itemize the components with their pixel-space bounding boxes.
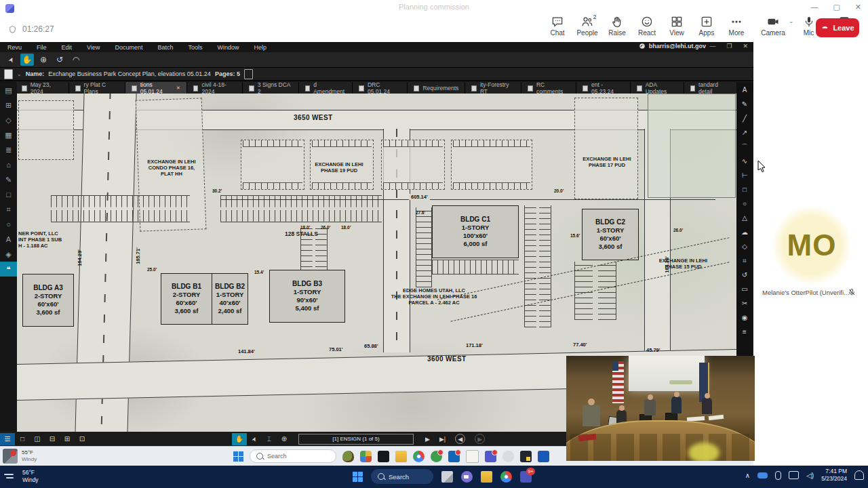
tray-display-icon[interactable] [789,471,799,479]
rotate-tool-icon[interactable]: ↺ [53,54,66,66]
raise-hand-button[interactable]: Raise [602,15,632,37]
tool-icon[interactable]: ◈ [0,247,17,262]
menu-help[interactable]: Help [246,44,274,51]
tool-icon[interactable]: ⌂ [0,157,17,172]
doc-tab[interactable]: May 23, 2024 [16,82,69,94]
tray-chevron-icon[interactable]: ∧ [745,472,750,479]
revu-maximize-button[interactable]: ❐ [726,43,732,49]
tool-icon[interactable]: ↗ [736,125,753,140]
chrome-icon[interactable] [413,451,425,462]
close-button[interactable]: ✕ [855,3,861,12]
apps-button[interactable]: Apps [692,15,722,37]
page-setup-icon[interactable] [244,69,253,79]
menu-file[interactable]: File [29,44,54,51]
previous-view-icon[interactable]: ◀ [455,434,465,444]
select-tool-icon[interactable]: ➤ [3,51,20,68]
teams-icon[interactable] [485,451,496,462]
tool-icon[interactable]: ≡ [736,325,753,339]
doc-tab[interactable]: civil 4-18-2024 [187,82,243,94]
file-explorer-icon[interactable] [395,451,407,462]
tool-icon[interactable]: ⊞ [0,98,17,113]
doc-tab[interactable]: ADA Updates [631,82,684,94]
notification-bell-icon[interactable] [854,470,864,480]
search-box[interactable]: Search [371,469,433,484]
zoom-app-icon[interactable] [461,471,473,483]
people-button[interactable]: 2 People [572,15,602,37]
start-button[interactable] [233,451,243,462]
photos-app-icon[interactable] [360,451,372,462]
split-horizontal-icon[interactable]: ⊟ [45,433,60,445]
tool-icon[interactable]: ∿ [736,154,753,168]
menu-window[interactable]: Window [210,44,246,51]
tool-icon[interactable]: ╱ [736,111,753,125]
teams-icon[interactable]: 9+ [520,471,532,483]
camera-chevron-icon[interactable]: ⌄ [789,18,794,24]
single-page-icon[interactable]: □ [15,433,30,445]
menu-revu[interactable]: Revu [0,44,29,51]
doc-tab[interactable]: ent - 05.23.24 [576,82,631,94]
app-with-badge-icon[interactable] [431,451,442,462]
doc-tab[interactable]: ity-Forestry RT [465,82,521,94]
lasso-tool-icon[interactable]: ◠ [69,54,83,66]
tray-volume-icon[interactable]: ◁) [806,472,814,479]
tool-icon[interactable]: ☁ [736,225,753,239]
tool-icon[interactable]: ▦ [0,127,17,142]
tool-icon[interactable]: ⊢ [736,168,753,182]
doc-tab[interactable]: RC comments [521,82,576,94]
tool-icon[interactable]: ○ [736,197,753,211]
clock[interactable]: 7:41 PM 5/23/2024 [821,468,847,483]
menu-batch[interactable]: Batch [150,44,180,51]
leave-button[interactable]: Leave [816,18,859,37]
markup-list-icon[interactable]: ☰ [0,433,15,445]
menu-tools[interactable]: Tools [180,44,210,51]
tool-icon[interactable]: □ [0,187,17,202]
menu-document[interactable]: Document [107,44,150,51]
tool-icon[interactable]: ≣ [0,142,17,157]
tray-mic-icon[interactable] [775,471,781,480]
menu-edit[interactable]: Edit [54,44,80,51]
page-navigation-field[interactable]: [1] ENSIGN (1 of 5) [298,434,414,445]
weather-widget[interactable]: 55°FWindy [3,449,37,464]
text-select-tool-icon[interactable]: ⌶ [262,433,277,445]
search-box[interactable]: Search [250,449,336,463]
turtle-app-icon[interactable] [342,451,354,462]
last-page-icon[interactable]: ▶| [439,436,446,443]
doc-tab[interactable]: d Amendment [299,82,353,94]
tool-icon-active[interactable]: ❝ [0,262,17,277]
tool-icon[interactable]: ▤ [0,83,17,98]
doc-tab[interactable]: tandard detail [684,82,738,94]
council-chamber-video-feed[interactable] [566,356,755,461]
doc-tab[interactable]: DRC 05.01.24 [353,82,408,94]
dark-app-icon[interactable] [520,451,532,462]
name-dropdown-chevron-icon[interactable]: ⌄ [17,71,22,77]
minimize-button[interactable]: — [810,3,818,12]
snip-tool-icon[interactable] [502,451,514,462]
document-icon[interactable] [4,69,13,79]
doc-tab[interactable]: Requirements [408,82,465,94]
outlook-icon[interactable] [448,451,460,462]
tab-close-icon[interactable]: ✕ [176,85,180,91]
view-button[interactable]: View [662,15,692,37]
doc-tab[interactable]: 3 Signs DCA 2 [243,82,298,94]
tool-icon[interactable]: ↺ [736,268,753,282]
tool-icon[interactable]: ✎ [0,172,17,187]
tool-icon[interactable]: ◇ [0,113,17,127]
tray-app-icon[interactable] [757,472,768,479]
sync-views-icon[interactable]: ⊞ [60,433,75,445]
revu-minimize-button[interactable]: — [709,43,715,49]
tool-icon[interactable]: ◉ [736,310,753,325]
task-view-icon[interactable] [441,471,453,483]
tool-icon[interactable]: A [736,83,753,97]
tool-icon[interactable]: ✎ [736,97,753,111]
chrome-icon[interactable] [500,471,512,483]
word-icon[interactable] [538,451,549,462]
file-explorer-icon[interactable] [481,471,492,483]
docked-app-icon[interactable] [378,451,389,462]
zoom-tool-icon[interactable]: ⊕ [277,433,292,445]
tool-icon[interactable]: A [0,232,17,247]
tool-icon[interactable]: ⌗ [0,202,17,217]
zoom-tool-icon[interactable]: ⊕ [37,54,50,66]
start-button[interactable] [353,472,363,482]
full-screen-icon[interactable]: ⊡ [75,433,90,445]
next-page-icon[interactable]: ▶ [425,436,430,443]
